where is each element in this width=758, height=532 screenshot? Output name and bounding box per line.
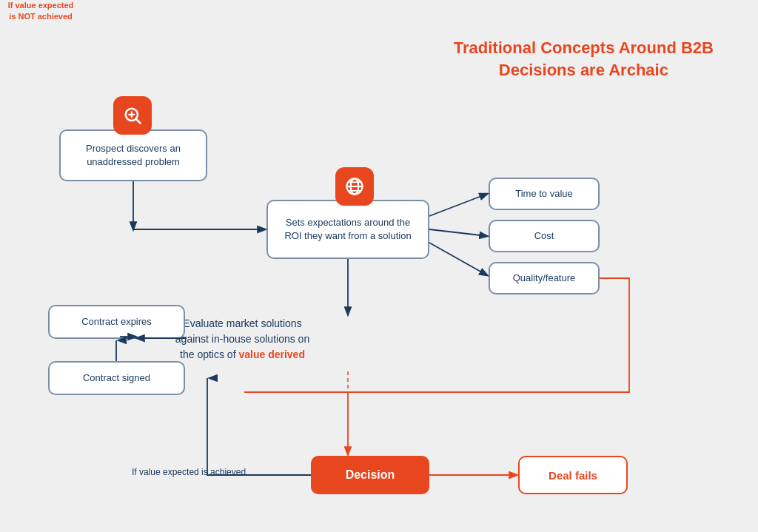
expectations-node: Sets expectations around theROI they wan… (266, 200, 429, 259)
if-value-achieved-label: If value expected is achieved (132, 466, 246, 479)
globe-icon (335, 167, 374, 206)
quality-node: Quality/feature (489, 262, 600, 294)
svg-line-13 (429, 243, 487, 275)
deal-fails-node: Deal fails (518, 456, 628, 494)
svg-line-12 (429, 229, 487, 236)
contract-signed-node: Contract signed (48, 361, 185, 395)
if-value-not-achieved-label: If value expectedis NOT achieved (0, 0, 81, 22)
time-to-value-node: Time to value (489, 178, 600, 210)
prospect-node: Prospect discovers an unaddressed proble… (59, 129, 207, 181)
svg-line-11 (429, 194, 487, 216)
canvas: Traditional Concepts Around B2B Decision… (0, 0, 758, 532)
cost-node: Cost (489, 220, 600, 252)
search-icon (113, 96, 152, 135)
contract-expires-node: Contract expires (48, 305, 185, 339)
page-title: Traditional Concepts Around B2B Decision… (454, 37, 714, 81)
decision-node: Decision (311, 456, 429, 494)
svg-line-1 (136, 119, 140, 123)
